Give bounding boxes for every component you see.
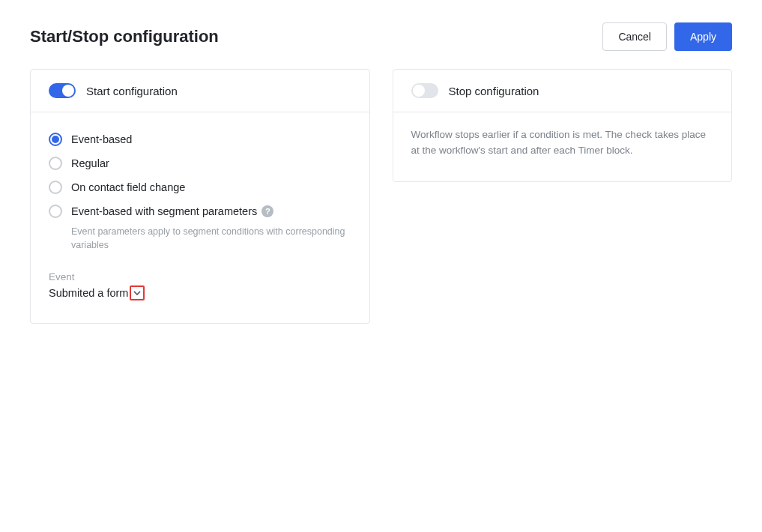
help-icon[interactable]: ? (261, 205, 273, 217)
start-config-toggle[interactable] (49, 83, 76, 98)
start-config-header: Start configuration (31, 70, 369, 112)
radio-label: Event-based with segment parameters ? (71, 205, 273, 217)
start-config-body: Event-based Regular On contact field cha… (31, 112, 369, 323)
radio-event-based[interactable]: Event-based (49, 127, 351, 151)
radio-icon (49, 157, 62, 170)
start-config-panel: Start configuration Event-based Regular … (30, 69, 370, 324)
radio-on-contact-field-change[interactable]: On contact field change (49, 175, 351, 199)
action-buttons: Cancel Apply (602, 22, 732, 51)
page-header: Start/Stop configuration Cancel Apply (30, 22, 732, 51)
radio-icon (49, 181, 62, 194)
radio-regular[interactable]: Regular (49, 151, 351, 175)
stop-config-body: Workflow stops earlier if a condition is… (393, 112, 732, 181)
stop-config-toggle[interactable] (411, 83, 438, 98)
radio-icon (49, 205, 62, 218)
radio-event-based-segment[interactable]: Event-based with segment parameters ? (49, 199, 351, 223)
segment-hint: Event parameters apply to segment condit… (71, 223, 351, 255)
config-columns: Start configuration Event-based Regular … (30, 69, 732, 324)
apply-button[interactable]: Apply (674, 22, 732, 51)
radio-label: On contact field change (71, 181, 185, 193)
event-selected-value: Submited a form (49, 287, 128, 299)
radio-label: Event-based (71, 133, 132, 145)
event-field-label: Event (49, 271, 351, 282)
page-title: Start/Stop configuration (30, 27, 219, 46)
radio-icon (49, 133, 62, 146)
stop-config-header: Stop configuration (393, 70, 732, 112)
radio-label-text: Event-based with segment parameters (71, 205, 257, 217)
stop-config-description: Workflow stops earlier if a condition is… (411, 127, 714, 159)
event-select[interactable]: Submited a form (49, 285, 351, 300)
stop-config-title: Stop configuration (449, 85, 539, 97)
start-config-title: Start configuration (86, 85, 178, 97)
radio-label: Regular (71, 157, 109, 169)
cancel-button[interactable]: Cancel (602, 22, 667, 51)
chevron-down-icon (130, 285, 145, 300)
stop-config-panel: Stop configuration Workflow stops earlie… (393, 69, 733, 182)
